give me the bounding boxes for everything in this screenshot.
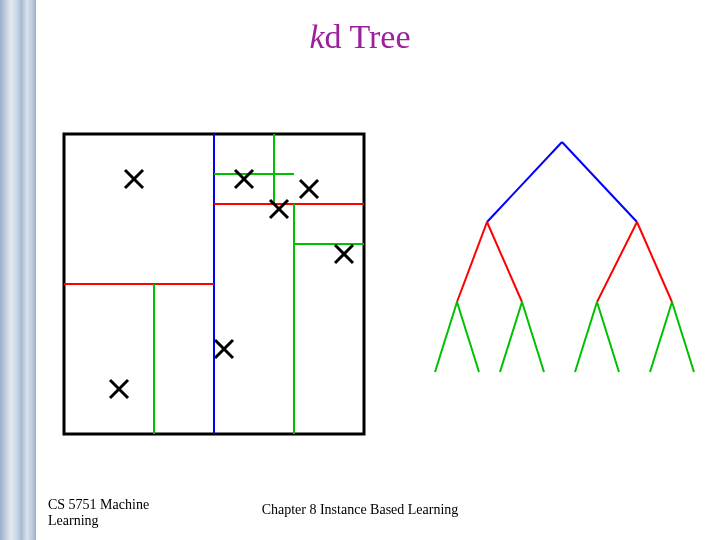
slide-title: kd Tree xyxy=(0,18,720,56)
footer-chapter: Chapter 8 Instance Based Learning xyxy=(0,502,720,518)
svg-line-27 xyxy=(597,222,637,302)
svg-line-35 xyxy=(650,302,672,372)
title-rest: d Tree xyxy=(325,18,411,55)
svg-line-34 xyxy=(597,302,619,372)
svg-line-24 xyxy=(562,142,637,222)
svg-line-29 xyxy=(435,302,457,372)
svg-line-25 xyxy=(457,222,487,302)
title-k: k xyxy=(309,18,324,55)
svg-line-32 xyxy=(522,302,544,372)
svg-line-23 xyxy=(487,142,562,222)
decorative-sidebar xyxy=(0,0,36,540)
svg-line-26 xyxy=(487,222,522,302)
kd-tree-diagram xyxy=(430,140,700,380)
svg-line-30 xyxy=(457,302,479,372)
kd-partition-diagram xyxy=(60,130,370,440)
svg-line-36 xyxy=(672,302,694,372)
svg-line-28 xyxy=(637,222,672,302)
svg-line-31 xyxy=(500,302,522,372)
svg-line-33 xyxy=(575,302,597,372)
